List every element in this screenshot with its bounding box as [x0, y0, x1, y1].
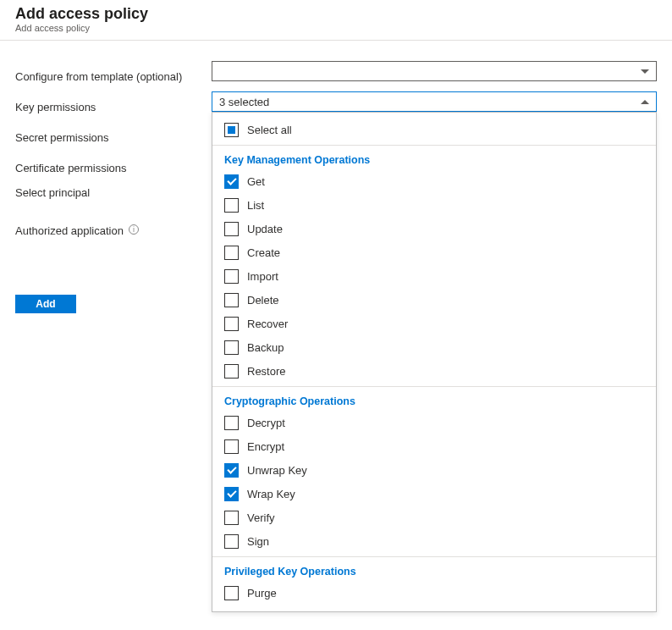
info-icon[interactable]: i	[129, 224, 139, 235]
label-select-principal: Select principal	[15, 183, 212, 221]
checkbox-icon	[224, 269, 239, 284]
checkbox-icon	[224, 439, 239, 454]
page-header: Add access policy Add access policy	[0, 0, 672, 41]
permission-option[interactable]: Verify	[212, 506, 656, 529]
checkbox-icon	[224, 222, 239, 236]
permission-option[interactable]: Create	[212, 240, 656, 264]
permission-option-label: Verify	[247, 511, 275, 524]
label-key-permissions: Key permissions	[15, 91, 212, 122]
permission-option[interactable]: Backup	[212, 335, 656, 359]
checkbox-icon	[224, 293, 239, 307]
checkbox-icon	[224, 534, 239, 549]
key-permissions-summary: 3 selected	[219, 96, 269, 108]
permission-option-label: Create	[247, 246, 280, 259]
checkbox-icon	[224, 586, 239, 600]
add-button[interactable]: Add	[15, 295, 76, 313]
label-configure-template: Configure from template (optional)	[15, 61, 212, 91]
checkbox-icon	[224, 317, 239, 331]
section-header: Key Management Operations	[212, 149, 656, 169]
permission-option[interactable]: List	[212, 193, 656, 217]
chevron-down-icon	[641, 69, 649, 74]
permission-option-label: Decrypt	[247, 417, 285, 429]
label-authorized-application-text: Authorized application	[15, 224, 124, 237]
permission-option-label: Backup	[247, 341, 284, 354]
permission-option-label: Sign	[247, 535, 269, 548]
permission-option-label: Wrap Key	[247, 488, 295, 500]
permission-option[interactable]: Restore	[212, 359, 656, 383]
section-header: Privileged Key Operations	[212, 561, 656, 581]
checkbox-icon	[224, 416, 239, 430]
checkbox-icon	[224, 198, 239, 213]
breadcrumb: Add access policy	[15, 23, 657, 33]
checkbox-icon	[224, 340, 239, 355]
select-all-option[interactable]: Select all	[212, 118, 656, 141]
checkbox-checked-icon	[224, 487, 239, 501]
divider	[212, 386, 656, 387]
permission-option-label: Restore	[247, 365, 286, 378]
permission-option-label: Import	[247, 270, 278, 283]
permission-option[interactable]: Delete	[212, 288, 656, 312]
permission-option[interactable]: Purge	[212, 581, 656, 605]
key-permissions-dropdown: Select allKey Management OperationsGetLi…	[212, 112, 657, 612]
checkbox-partial-icon	[224, 123, 239, 137]
page-title: Add access policy	[15, 5, 657, 23]
permission-option[interactable]: Sign	[212, 529, 656, 553]
checkmark-icon	[227, 488, 236, 497]
checkbox-checked-icon	[224, 463, 239, 478]
permission-option[interactable]: Encrypt	[212, 434, 656, 458]
permission-option-label: Update	[247, 223, 283, 235]
label-authorized-application: Authorized application i	[15, 221, 212, 259]
permission-option[interactable]: Recover	[212, 312, 656, 335]
checkmark-icon	[227, 175, 236, 185]
select-all-label: Select all	[247, 124, 292, 136]
key-permissions-select[interactable]: 3 selected	[212, 91, 657, 112]
permission-option-label: Get	[247, 175, 265, 188]
permission-option[interactable]: Unwrap Key	[212, 458, 656, 482]
permission-option-label: Encrypt	[247, 440, 284, 453]
configure-template-select[interactable]	[212, 61, 657, 81]
permission-option-label: Delete	[247, 294, 279, 307]
checkbox-icon	[224, 364, 239, 379]
section-header: Cryptographic Operations	[212, 390, 656, 411]
divider	[212, 556, 656, 557]
permission-option[interactable]: Decrypt	[212, 411, 656, 434]
divider	[212, 145, 656, 146]
permission-option[interactable]: Import	[212, 264, 656, 288]
permission-option-label: Recover	[247, 318, 288, 330]
label-certificate-permissions: Certificate permissions	[15, 152, 212, 183]
checkmark-icon	[227, 464, 236, 473]
permission-option[interactable]: Get	[212, 169, 656, 193]
permission-option-label: Purge	[247, 587, 277, 600]
checkbox-checked-icon	[224, 174, 239, 189]
permission-option-label: List	[247, 199, 264, 212]
permission-option-label: Unwrap Key	[247, 464, 307, 477]
permission-option[interactable]: Wrap Key	[212, 482, 656, 506]
label-secret-permissions: Secret permissions	[15, 122, 212, 152]
permission-option[interactable]: Update	[212, 217, 656, 240]
checkbox-icon	[224, 246, 239, 260]
chevron-up-icon	[641, 100, 649, 104]
checkbox-icon	[224, 511, 239, 525]
